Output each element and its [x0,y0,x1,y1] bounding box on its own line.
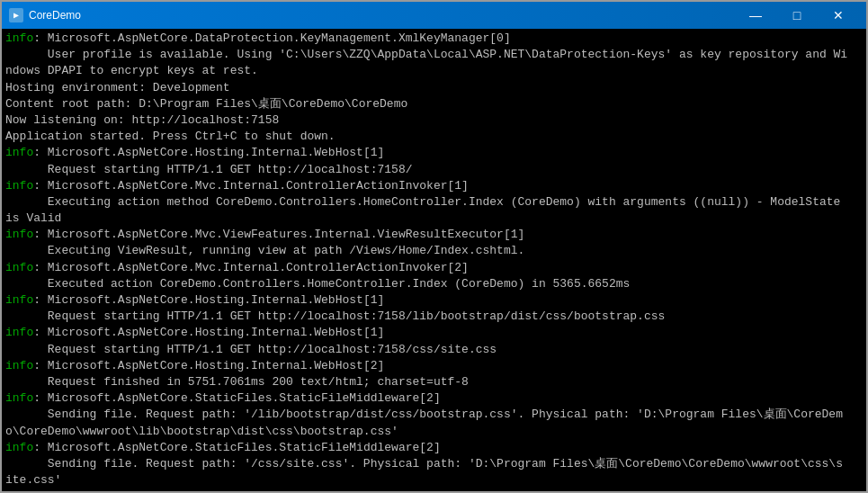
minimize-button[interactable]: — [735,2,776,29]
close-button[interactable]: ✕ [818,2,859,29]
log-line: User profile is available. Using 'C:\Use… [5,47,863,63]
log-line: info: Microsoft.AspNetCore.Hosting.Inter… [5,358,863,374]
log-line: info: Microsoft.AspNetCore.Hosting.Inter… [5,145,863,161]
log-line: info: Microsoft.AspNetCore.DataProtectio… [5,31,863,47]
log-line: info: Microsoft.AspNetCore.Mvc.Internal.… [5,260,863,276]
log-line: Request starting HTTP/1.1 GET http://loc… [5,162,863,178]
app-icon: ▶ [9,8,23,22]
main-window: ▶ CoreDemo — □ ✕ info: Microsoft.AspNetC… [0,0,868,493]
log-line: Sending file. Request path: '/lib/bootst… [5,407,863,423]
log-line: ite.css' [5,472,863,489]
window-controls: — □ ✕ [735,2,859,29]
log-line: Content root path: D:\Program Files\桌面\C… [5,96,863,112]
log-line: info: Microsoft.AspNetCore.Hosting.Inter… [5,325,863,341]
log-line: Now listening on: http://localhost:7158 [5,112,863,129]
log-line: Executing action method CoreDemo.Control… [5,194,863,211]
log-line: Hosting environment: Development [5,80,863,96]
log-line: info: Microsoft.AspNetCore.Mvc.ViewFeatu… [5,227,863,243]
title-bar: ▶ CoreDemo — □ ✕ [2,2,866,29]
log-line: Executing ViewResult, running view at pa… [5,243,863,259]
log-line: Request starting HTTP/1.1 GET http://loc… [5,309,863,325]
log-line: info: Microsoft.AspNetCore.StaticFiles.S… [5,489,863,491]
log-line: info: Microsoft.AspNetCore.StaticFiles.S… [5,440,863,456]
title-bar-left: ▶ CoreDemo [9,8,81,22]
console-output: info: Microsoft.AspNetCore.DataProtectio… [2,29,866,491]
log-line: o\CoreDemo\wwwroot\lib\bootstrap\dist\cs… [5,424,863,440]
log-line: ndows DPAPI to encrypt keys at rest. [5,63,863,79]
log-line: info: Microsoft.AspNetCore.Mvc.Internal.… [5,178,863,194]
log-line: info: Microsoft.AspNetCore.Hosting.Inter… [5,292,863,309]
log-line: Application started. Press Ctrl+C to shu… [5,129,863,145]
log-line: Request finished in 5751.7061ms 200 text… [5,374,863,390]
maximize-button[interactable]: □ [776,2,818,29]
log-line: Request starting HTTP/1.1 GET http://loc… [5,342,863,358]
log-line: Executed action CoreDemo.Controllers.Hom… [5,276,863,292]
window-title: CoreDemo [29,9,81,22]
log-line: Sending file. Request path: '/css/site.c… [5,456,863,472]
log-line: is Valid [5,211,863,227]
log-line: info: Microsoft.AspNetCore.StaticFiles.S… [5,390,863,407]
